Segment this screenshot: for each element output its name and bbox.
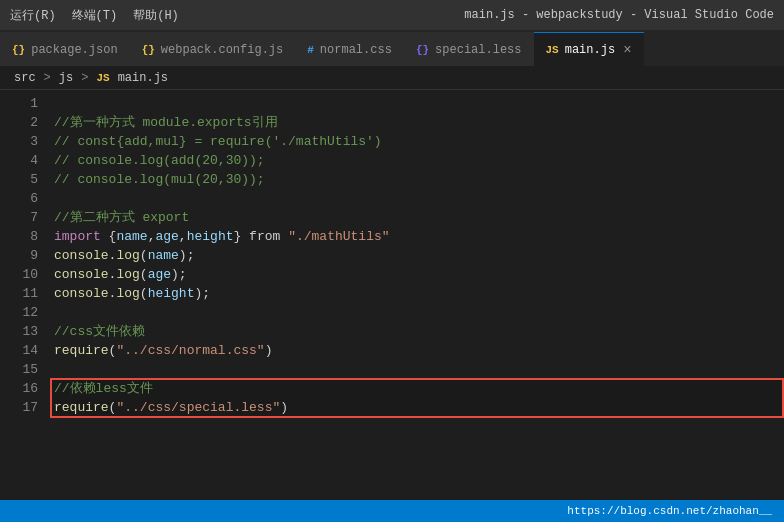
breadcrumb-part-1: > xyxy=(44,71,51,85)
breadcrumb-part-0: src xyxy=(14,71,36,85)
tab-icon-special-less: {} xyxy=(416,44,429,56)
status-url: https://blog.csdn.net/zhaohan__ xyxy=(567,505,772,517)
line-number-5: 5 xyxy=(0,170,38,189)
token: . xyxy=(109,265,117,284)
token: ) xyxy=(265,341,273,360)
token: //css文件依赖 xyxy=(54,322,145,341)
tab-normal-css[interactable]: #normal.css xyxy=(295,32,404,66)
token: age xyxy=(155,227,178,246)
code-line-1 xyxy=(50,94,784,113)
code-area: //第一种方式 module.exports引用// const{add,mul… xyxy=(50,90,784,500)
tab-icon-main-js: JS xyxy=(546,44,559,56)
code-line-3: // const{add,mul} = require('./mathUtils… xyxy=(50,132,784,151)
line-number-9: 9 xyxy=(0,246,38,265)
tab-label-main-js: main.js xyxy=(565,43,615,57)
tab-package-json[interactable]: {}package.json xyxy=(0,32,130,66)
token: ) xyxy=(280,398,288,417)
tab-icon-package-json: {} xyxy=(12,44,25,56)
token: "../css/special.less" xyxy=(116,398,280,417)
token: log xyxy=(116,265,139,284)
token: console xyxy=(54,246,109,265)
tab-icon-webpack-config: {} xyxy=(142,44,155,56)
code-line-17: require("../css/special.less") xyxy=(50,398,784,417)
token: height xyxy=(148,284,195,303)
menu-help[interactable]: 帮助(H) xyxy=(133,7,179,24)
token xyxy=(280,227,288,246)
tab-bar: {}package.json{}webpack.config.js#normal… xyxy=(0,30,784,66)
code-line-16: //依赖less文件 xyxy=(50,379,784,398)
line-number-13: 13 xyxy=(0,322,38,341)
menu-terminal[interactable]: 终端(T) xyxy=(72,7,118,24)
token: } xyxy=(233,227,249,246)
token: log xyxy=(116,284,139,303)
token: require xyxy=(54,398,109,417)
token: log xyxy=(116,246,139,265)
code-line-4: // console.log(add(20,30)); xyxy=(50,151,784,170)
token: ); xyxy=(179,246,195,265)
line-number-3: 3 xyxy=(0,132,38,151)
token: console xyxy=(54,265,109,284)
breadcrumb-part-4: JS xyxy=(96,72,109,84)
token: name xyxy=(116,227,147,246)
code-line-13: //css文件依赖 xyxy=(50,322,784,341)
line-number-4: 4 xyxy=(0,151,38,170)
token: ); xyxy=(194,284,210,303)
line-number-1: 1 xyxy=(0,94,38,113)
code-line-12 xyxy=(50,303,784,322)
title-bar: 运行(R) 终端(T) 帮助(H) main.js - webpackstudy… xyxy=(0,0,784,30)
line-number-11: 11 xyxy=(0,284,38,303)
token: ( xyxy=(140,246,148,265)
editor: 1234567891011121314151617 //第一种方式 module… xyxy=(0,90,784,500)
token: //依赖less文件 xyxy=(54,379,153,398)
code-line-7: //第二种方式 export xyxy=(50,208,784,227)
breadcrumb-part-5: main.js xyxy=(118,71,168,85)
token: //第一种方式 module.exports引用 xyxy=(54,113,278,132)
tab-special-less[interactable]: {}special.less xyxy=(404,32,534,66)
token: console xyxy=(54,284,109,303)
token: , xyxy=(148,227,156,246)
code-line-9: console.log(name); xyxy=(50,246,784,265)
line-number-17: 17 xyxy=(0,398,38,417)
token: . xyxy=(109,284,117,303)
line-number-16: 16 xyxy=(0,379,38,398)
token: name xyxy=(148,246,179,265)
line-number-8: 8 xyxy=(0,227,38,246)
code-line-5: // console.log(mul(20,30)); xyxy=(50,170,784,189)
line-number-7: 7 xyxy=(0,208,38,227)
code-line-11: console.log(height); xyxy=(50,284,784,303)
tab-label-normal-css: normal.css xyxy=(320,43,392,57)
line-number-14: 14 xyxy=(0,341,38,360)
line-numbers: 1234567891011121314151617 xyxy=(0,90,50,500)
token: height xyxy=(187,227,234,246)
token: ); xyxy=(171,265,187,284)
menu-run[interactable]: 运行(R) xyxy=(10,7,56,24)
breadcrumb-part-3: > xyxy=(81,71,88,85)
line-number-15: 15 xyxy=(0,360,38,379)
window-title: main.js - webpackstudy - Visual Studio C… xyxy=(464,8,774,22)
token: "./mathUtils" xyxy=(288,227,389,246)
line-number-2: 2 xyxy=(0,113,38,132)
tab-webpack-config[interactable]: {}webpack.config.js xyxy=(130,32,296,66)
breadcrumb: src > js > JS main.js xyxy=(0,66,784,90)
line-number-10: 10 xyxy=(0,265,38,284)
tab-icon-normal-css: # xyxy=(307,44,314,56)
token: // const{add,mul} = require('./mathUtils… xyxy=(54,132,382,151)
token: import xyxy=(54,227,101,246)
line-number-6: 6 xyxy=(0,189,38,208)
token: { xyxy=(101,227,117,246)
token: , xyxy=(179,227,187,246)
tab-main-js[interactable]: JSmain.js× xyxy=(534,32,644,66)
tab-close-main-js[interactable]: × xyxy=(623,42,631,58)
code-line-6 xyxy=(50,189,784,208)
tab-label-special-less: special.less xyxy=(435,43,521,57)
token: "../css/normal.css" xyxy=(116,341,264,360)
code-line-15 xyxy=(50,360,784,379)
token: // console.log(add(20,30)); xyxy=(54,151,265,170)
token: from xyxy=(249,227,280,246)
breadcrumb-part-2: js xyxy=(59,71,73,85)
code-line-8: import {name,age,height} from "./mathUti… xyxy=(50,227,784,246)
menu-bar[interactable]: 运行(R) 终端(T) 帮助(H) xyxy=(10,7,179,24)
token: require xyxy=(54,341,109,360)
token: ( xyxy=(140,284,148,303)
line-number-12: 12 xyxy=(0,303,38,322)
